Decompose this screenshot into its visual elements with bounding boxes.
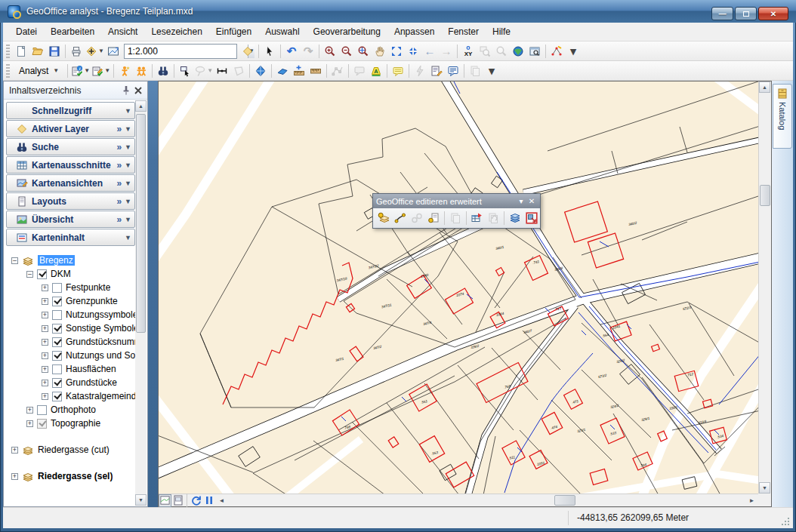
point-document-button[interactable] <box>425 210 442 226</box>
print-button[interactable] <box>68 43 85 60</box>
menu-einfgen[interactable]: Einfügen <box>209 24 258 39</box>
hotlink-pair-button[interactable] <box>133 63 150 79</box>
edit-toolbar-titlebar[interactable]: GeoOffice editieren erweitert ▾ ✕ <box>373 194 540 208</box>
edit-toolbar-window[interactable]: GeoOffice editieren erweitert ▾ ✕ <box>372 193 541 229</box>
viewer-window-button[interactable] <box>526 43 543 60</box>
layer-checkbox[interactable] <box>52 297 62 306</box>
close-button[interactable]: ✕ <box>758 7 788 20</box>
scroll-left-icon[interactable]: ◄ <box>215 494 228 507</box>
open-button[interactable] <box>29 43 46 60</box>
measure-ruler-button[interactable] <box>307 63 324 79</box>
toc-section-schnellzugriff[interactable]: Schnellzugriff▼ <box>6 102 135 119</box>
measure-add-button[interactable] <box>291 63 307 79</box>
layer-checkbox[interactable] <box>52 378 62 388</box>
tree-item-riedergassecut[interactable]: +Riedergasse (cut) <box>5 443 135 457</box>
expander-icon[interactable]: + <box>42 312 48 318</box>
analyst-menu-button[interactable]: Analyst▼ <box>13 63 65 78</box>
tree-item-orthophoto[interactable]: +Orthophoto <box>5 403 135 417</box>
expander-icon[interactable]: + <box>42 380 48 386</box>
toc-section-kartenansichten[interactable]: Kartenansichten»▼ <box>6 174 135 192</box>
form-edit-button[interactable] <box>428 63 445 79</box>
route-points-button[interactable] <box>548 43 565 60</box>
layer-checkbox[interactable] <box>52 324 62 334</box>
toolbar-grip[interactable] <box>6 64 10 78</box>
minimize-button[interactable]: — <box>711 7 733 20</box>
scroll-right-icon[interactable]: ► <box>745 494 758 507</box>
menu-anpassen[interactable]: Anpassen <box>387 24 441 39</box>
tree-item-grenzpunkte[interactable]: +Grenzpunkte <box>5 294 135 308</box>
layer-checkbox[interactable] <box>37 419 47 429</box>
scroll-up-icon[interactable]: ▲ <box>759 81 770 93</box>
menu-hilfe[interactable]: Hilfe <box>486 24 517 39</box>
scroll-down-icon[interactable]: ▼ <box>759 482 770 494</box>
area-wedge-button[interactable] <box>274 63 291 79</box>
layers-blue-button[interactable] <box>507 210 523 226</box>
expander-icon[interactable]: + <box>11 473 18 480</box>
katalog-tab[interactable]: Katalog <box>773 84 792 149</box>
edit-vertex-button[interactable] <box>392 210 409 226</box>
scroll-up-icon[interactable]: ▲ <box>135 100 147 112</box>
chevron-down-icon[interactable]: ▾ <box>516 197 526 205</box>
layer-checkbox[interactable] <box>52 351 62 361</box>
close-panel-icon[interactable] <box>132 85 144 97</box>
attribute-table-button[interactable] <box>468 210 485 226</box>
layer-checkbox[interactable] <box>37 269 47 279</box>
close-icon[interactable]: ✕ <box>526 197 537 205</box>
tree-item-hausflchen[interactable]: +Hausflächen <box>5 362 135 376</box>
toc-scrollbar[interactable]: ▲ ▼ <box>135 100 147 506</box>
tree-item-katastralgemeinden[interactable]: +Katastralgemeinden <box>5 389 135 403</box>
toc-section-kartenausschnitte[interactable]: Kartenausschnitte»▼ <box>6 156 135 174</box>
expander-icon[interactable]: + <box>42 339 48 346</box>
map-view[interactable]: .1040347/18347/22.1074.1064.741.713340/1… <box>159 81 758 494</box>
fixed-zoom-in-button[interactable] <box>388 43 405 60</box>
menu-bearbeiten[interactable]: Bearbeiten <box>44 24 101 39</box>
expander-icon[interactable]: – <box>11 257 18 264</box>
full-extent-globe-button[interactable] <box>510 43 526 60</box>
expander-icon[interactable]: + <box>26 407 33 414</box>
edit-layer-button[interactable]: ▼ <box>91 63 111 79</box>
expander-icon[interactable]: + <box>42 284 48 291</box>
pin-icon[interactable] <box>120 85 132 97</box>
tree-item-nutzungsundsonstige[interactable]: +Nutzungs und Sonstige <box>5 349 135 362</box>
layout-view-button[interactable] <box>171 494 184 507</box>
menu-lesezeichen[interactable]: Lesezeichen <box>144 24 208 39</box>
toc-section-suche[interactable]: Suche»▼ <box>6 138 135 155</box>
menu-datei[interactable]: Datei <box>9 24 44 39</box>
expander-icon[interactable]: + <box>42 366 48 373</box>
toc-section-aktiverlayer[interactable]: Aktiver Layer»▼ <box>6 120 135 137</box>
search-binoculars-button[interactable] <box>155 63 171 79</box>
note-button[interactable] <box>390 63 406 79</box>
zoom-out-button[interactable] <box>338 43 355 60</box>
layer-checkbox[interactable] <box>52 392 62 401</box>
map-scale-combo[interactable]: ▼ <box>124 44 237 59</box>
menu-geoverarbeitung[interactable]: Geoverarbeitung <box>307 24 387 39</box>
close-editing-button[interactable] <box>523 210 540 226</box>
expander-icon[interactable]: + <box>26 420 33 427</box>
tree-item-festpunkte[interactable]: +Festpunkte <box>5 281 135 294</box>
scroll-down-icon[interactable]: ▼ <box>135 494 147 506</box>
back-extent-button[interactable]: ← <box>421 43 438 60</box>
toc-section-karteninhalt[interactable]: Karteninhalt▼ <box>6 229 135 246</box>
resize-grip[interactable] <box>781 517 790 526</box>
go-to-xy-button[interactable]: XY <box>460 43 477 60</box>
fixed-zoom-out-button[interactable] <box>405 43 421 60</box>
pan-hand-button[interactable] <box>372 43 388 60</box>
tree-item-grundstcksnummern[interactable]: +Grundstücksnummern <box>5 335 135 349</box>
toc-scroll-thumb[interactable] <box>136 114 146 333</box>
layer-checkbox[interactable] <box>37 405 47 415</box>
tree-item-riedergassesel[interactable]: +Riedergasse (sel) <box>5 469 135 483</box>
tree-item-grundstcke[interactable]: +Grundstücke <box>5 376 135 389</box>
label-a-button[interactable]: A <box>368 63 384 79</box>
zoom-in-button[interactable] <box>322 43 338 60</box>
layer-checkbox[interactable] <box>52 283 62 293</box>
new-document-button[interactable] <box>13 43 29 60</box>
select-cursor-button[interactable] <box>261 43 278 60</box>
maximize-button[interactable] <box>735 7 757 20</box>
expander-icon[interactable]: + <box>11 447 18 454</box>
toolbar-grip[interactable] <box>6 45 10 58</box>
map-canvas[interactable]: .1040347/18347/22.1074.1064.741.713340/1… <box>159 81 758 494</box>
tree-item-nutzungssymbole[interactable]: +Nutzungssymbole <box>5 308 135 321</box>
tree-item-sonstigesymbole[interactable]: +Sonstige Symbole <box>5 321 135 335</box>
expander-icon[interactable]: + <box>42 352 48 359</box>
expander-icon[interactable]: – <box>26 271 33 278</box>
